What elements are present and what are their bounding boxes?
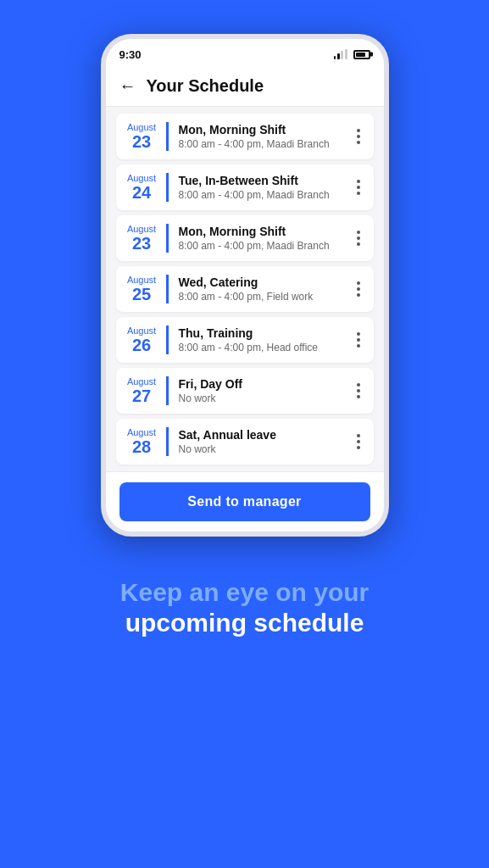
more-options-button[interactable] (352, 329, 365, 351)
date-block: August 23 (125, 224, 169, 253)
tagline-line2: upcoming schedule (120, 608, 369, 638)
schedule-item: August 23 Mon, Morning Shift 8:00 am - 4… (116, 215, 374, 261)
shift-detail: No work (179, 392, 352, 404)
schedule-list: August 23 Mon, Morning Shift 8:00 am - 4… (106, 107, 384, 471)
status-icons (334, 49, 370, 59)
send-btn-container: Send to manager (106, 471, 384, 531)
schedule-item: August 28 Sat, Annual leave No work (116, 419, 374, 465)
shift-info: Sat, Annual leave No work (179, 428, 352, 455)
shift-detail: 8:00 am - 4:00 pm, Head office (179, 342, 352, 353)
more-options-button[interactable] (352, 431, 365, 453)
date-day: 23 (132, 234, 151, 253)
date-block: August 24 (125, 173, 169, 202)
app-header: ← Your Schedule (106, 66, 384, 107)
date-block: August 27 (125, 376, 169, 405)
shift-title: Mon, Morning Shift (179, 225, 352, 238)
date-day: 23 (132, 132, 151, 151)
schedule-item: August 23 Mon, Morning Shift 8:00 am - 4… (116, 114, 374, 159)
shift-info: Wed, Catering 8:00 am - 4:00 pm, Field w… (179, 275, 352, 303)
shift-detail: 8:00 am - 4:00 pm, Maadi Branch (179, 138, 352, 150)
phone-shell: 9:30 ← Your Schedule August 23 (101, 34, 389, 537)
date-month: August (127, 427, 156, 437)
status-time: 9:30 (119, 48, 142, 61)
date-block: August 28 (125, 427, 169, 456)
shift-detail: No work (179, 443, 352, 455)
date-month: August (127, 173, 156, 183)
date-day: 24 (132, 183, 151, 202)
more-options-button[interactable] (352, 278, 365, 300)
date-block: August 26 (125, 326, 169, 354)
tagline-line1: Keep an eye on your (120, 577, 369, 608)
shift-info: Mon, Morning Shift 8:00 am - 4:00 pm, Ma… (179, 123, 352, 150)
date-day: 26 (132, 336, 151, 354)
more-options-button[interactable] (352, 227, 365, 249)
date-block: August 23 (125, 122, 169, 151)
send-to-manager-button[interactable]: Send to manager (119, 482, 370, 521)
date-month: August (127, 122, 156, 132)
shift-title: Sat, Annual leave (179, 428, 352, 442)
schedule-item: August 24 Tue, In-Between Shift 8:00 am … (116, 164, 374, 210)
battery-icon (353, 50, 370, 59)
shift-info: Fri, Day Off No work (179, 377, 352, 404)
date-month: August (127, 376, 156, 387)
shift-detail: 8:00 am - 4:00 pm, Maadi Branch (179, 189, 352, 201)
date-month: August (127, 275, 156, 285)
shift-title: Mon, Morning Shift (179, 123, 352, 136)
signal-icon (334, 49, 347, 59)
shift-detail: 8:00 am - 4:00 pm, Maadi Branch (179, 240, 352, 252)
more-options-button[interactable] (352, 125, 365, 147)
date-month: August (127, 224, 156, 234)
page-title: Your Schedule (147, 76, 264, 96)
shift-info: Thu, Training 8:00 am - 4:00 pm, Head of… (179, 326, 352, 353)
date-day: 28 (132, 437, 151, 456)
more-options-button[interactable] (352, 176, 365, 198)
status-bar: 9:30 (106, 39, 384, 66)
schedule-item: August 26 Thu, Training 8:00 am - 4:00 p… (116, 317, 374, 363)
shift-title: Thu, Training (179, 326, 352, 340)
shift-title: Tue, In-Between Shift (179, 174, 352, 187)
date-day: 27 (132, 387, 151, 405)
shift-detail: 8:00 am - 4:00 pm, Field work (179, 291, 352, 303)
schedule-item: August 25 Wed, Catering 8:00 am - 4:00 p… (116, 266, 374, 312)
date-block: August 25 (125, 275, 169, 303)
schedule-item: August 27 Fri, Day Off No work (116, 368, 374, 414)
date-day: 25 (132, 285, 151, 303)
shift-title: Wed, Catering (179, 275, 352, 289)
more-options-button[interactable] (352, 380, 365, 402)
shift-info: Tue, In-Between Shift 8:00 am - 4:00 pm,… (179, 174, 352, 201)
back-button[interactable]: ← (119, 76, 136, 96)
date-month: August (127, 326, 156, 336)
shift-info: Mon, Morning Shift 8:00 am - 4:00 pm, Ma… (179, 225, 352, 252)
tagline: Keep an eye on your upcoming schedule (93, 577, 396, 679)
shift-title: Fri, Day Off (179, 377, 352, 391)
